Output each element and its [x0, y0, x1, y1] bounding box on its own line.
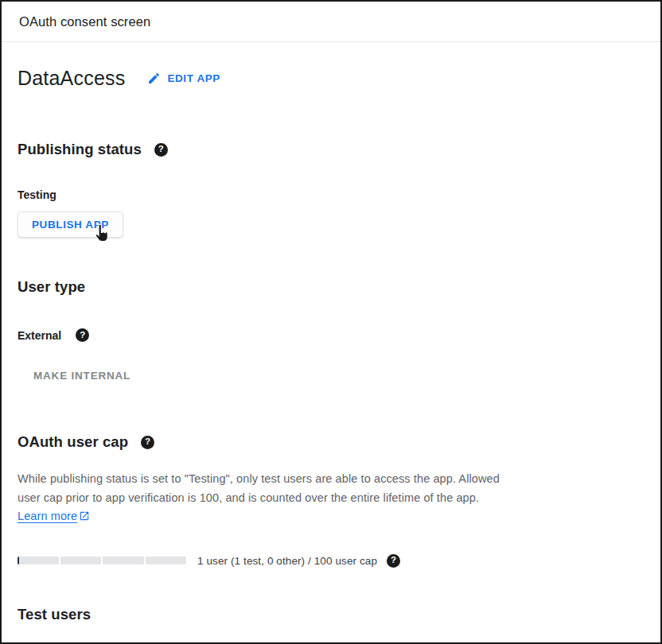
learn-more-link[interactable]: Learn more — [18, 510, 90, 522]
oauth-user-cap-heading-text: OAuth user cap — [18, 433, 128, 451]
publishing-status-help-icon[interactable]: ? — [154, 143, 168, 157]
oauth-user-cap-description: While publishing status is set to "Testi… — [18, 470, 504, 528]
user-cap-usage-row: 1 user (1 test, 0 other) / 100 user cap … — [18, 554, 641, 568]
progress-segment — [103, 557, 144, 564]
user-type-heading: User type — [18, 278, 641, 296]
progress-segment — [18, 557, 59, 564]
publishing-status-value: Testing — [18, 188, 641, 201]
open-in-new-icon — [79, 511, 90, 524]
oauth-user-cap-heading: OAuth user cap ? — [18, 433, 641, 451]
test-users-heading-text: Test users — [18, 606, 91, 623]
edit-app-button[interactable]: EDIT APP — [146, 68, 222, 88]
test-users-heading: Test users — [18, 606, 641, 623]
user-type-value-text: External — [18, 329, 61, 342]
progress-fill — [18, 557, 19, 564]
publish-app-button-wrap: PUBLISH APP — [18, 211, 123, 238]
publishing-status-heading: Publishing status ? — [18, 141, 641, 158]
app-title-row: DataAccess EDIT APP — [18, 67, 641, 90]
user-type-heading-text: User type — [18, 278, 85, 296]
user-cap-help-icon[interactable]: ? — [387, 554, 400, 568]
user-type-value: External ? — [18, 328, 641, 342]
oauth-user-cap-description-text: While publishing status is set to "Testi… — [18, 472, 500, 504]
publish-app-button[interactable]: PUBLISH APP — [18, 211, 123, 238]
app-name: DataAccess — [18, 67, 125, 90]
edit-app-label: EDIT APP — [167, 72, 220, 84]
publishing-status-heading-text: Publishing status — [18, 141, 142, 158]
publishing-status-value-text: Testing — [18, 188, 56, 201]
user-type-help-icon[interactable]: ? — [76, 328, 89, 342]
main-content: DataAccess EDIT APP Publishing status ? … — [2, 67, 660, 623]
progress-segment — [146, 557, 187, 564]
learn-more-label: Learn more — [18, 510, 77, 522]
oauth-user-cap-help-icon[interactable]: ? — [141, 436, 154, 449]
user-cap-progress-bar — [18, 557, 186, 564]
page-title: OAuth consent screen — [19, 14, 150, 29]
user-cap-usage-text: 1 user (1 test, 0 other) / 100 user cap — [197, 555, 377, 567]
pencil-icon — [147, 72, 161, 85]
progress-segment — [60, 557, 102, 564]
make-internal-button[interactable]: MAKE INTERNAL — [21, 363, 143, 389]
page-header: OAuth consent screen — [2, 2, 660, 42]
